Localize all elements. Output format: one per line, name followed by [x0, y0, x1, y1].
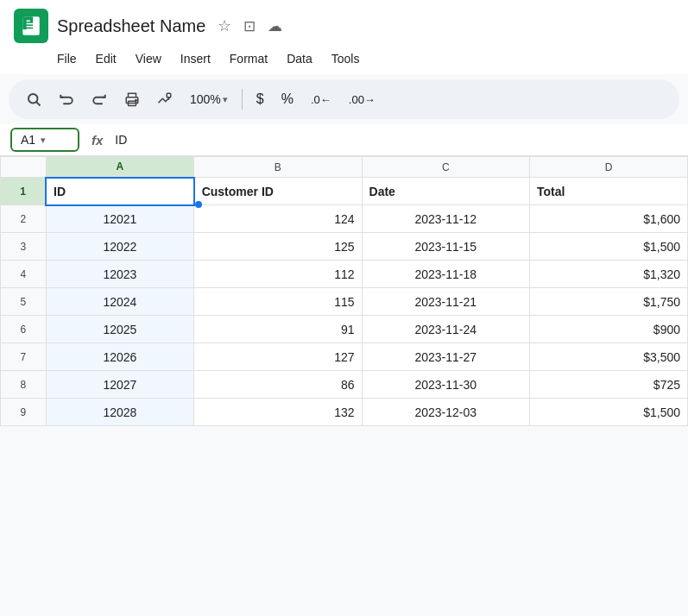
- cell-9-B[interactable]: 132: [194, 399, 362, 426]
- cell-8-A[interactable]: 12027: [46, 371, 194, 399]
- app-icon: [14, 9, 48, 43]
- formula-content: ID: [115, 133, 127, 147]
- cell-7-A[interactable]: 12026: [46, 343, 194, 371]
- cell-1-D[interactable]: Total: [529, 178, 687, 205]
- col-header-d[interactable]: D: [529, 157, 687, 178]
- col-header-c[interactable]: C: [362, 157, 529, 178]
- row-number[interactable]: 6: [1, 316, 47, 343]
- corner-cell: [1, 157, 47, 178]
- undo-button[interactable]: [52, 85, 81, 114]
- cell-9-C[interactable]: 2023-12-03: [362, 399, 529, 426]
- table-row: 612025912023-11-24$900: [1, 316, 688, 343]
- decimal-dec-button[interactable]: .0←: [304, 90, 338, 110]
- cell-8-C[interactable]: 2023-11-30: [362, 371, 529, 399]
- svg-rect-4: [27, 28, 34, 30]
- column-header-row: A B C D: [1, 157, 688, 178]
- menu-file[interactable]: File: [48, 48, 85, 69]
- menu-data[interactable]: Data: [278, 48, 321, 69]
- cell-3-C[interactable]: 2023-11-15: [362, 233, 529, 261]
- menu-tools[interactable]: Tools: [323, 48, 369, 69]
- cell-7-C[interactable]: 2023-11-27: [362, 343, 529, 371]
- cell-4-C[interactable]: 2023-11-18: [362, 261, 529, 288]
- cell-7-B[interactable]: 127: [194, 343, 362, 371]
- cell-1-A[interactable]: ID: [46, 178, 194, 205]
- cell-5-D[interactable]: $1,750: [529, 288, 687, 316]
- row-number[interactable]: 2: [1, 205, 47, 233]
- cell-9-A[interactable]: 12028: [46, 399, 194, 426]
- cell-6-D[interactable]: $900: [529, 316, 687, 343]
- cell-5-A[interactable]: 12024: [46, 288, 194, 316]
- svg-rect-2: [27, 23, 36, 25]
- table-row: 2120211242023-11-12$1,600: [1, 205, 688, 233]
- cell-5-C[interactable]: 2023-11-21: [362, 288, 529, 316]
- print-button[interactable]: [117, 85, 147, 114]
- table-row: 4120231122023-11-18$1,320: [1, 261, 688, 288]
- cloud-icon[interactable]: ☁: [268, 17, 282, 35]
- cell-ref-value: A1: [21, 133, 35, 147]
- table-row: 9120281322023-12-03$1,500: [1, 399, 688, 426]
- cell-6-C[interactable]: 2023-11-24: [362, 316, 529, 343]
- cell-3-D[interactable]: $1,500: [529, 233, 687, 261]
- cell-2-D[interactable]: $1,600: [529, 205, 687, 233]
- data-table: A B C D 1IDCustomer IDDateTotal212021124…: [0, 156, 688, 426]
- menu-view[interactable]: View: [127, 48, 170, 69]
- column-resize-handle[interactable]: [195, 201, 202, 208]
- format-paint-button[interactable]: [150, 85, 180, 114]
- redo-button[interactable]: [85, 85, 114, 114]
- toolbar-divider: [242, 89, 243, 110]
- cell-3-A[interactable]: 12022: [46, 233, 194, 261]
- svg-point-6: [28, 94, 38, 104]
- zoom-value: 100%: [190, 92, 221, 106]
- cell-4-D[interactable]: $1,320: [529, 261, 687, 288]
- row-number[interactable]: 5: [1, 288, 47, 316]
- cell-1-B[interactable]: Customer ID: [194, 178, 362, 205]
- svg-rect-11: [167, 93, 171, 97]
- cell-9-D[interactable]: $1,500: [529, 399, 687, 426]
- percent-button[interactable]: %: [275, 88, 300, 110]
- menu-bar: File Edit View Insert Format Data Tools: [0, 47, 688, 74]
- table-row: 5120241152023-11-21$1,750: [1, 288, 688, 316]
- cell-6-B[interactable]: 91: [194, 316, 362, 343]
- table-row: 1IDCustomer IDDateTotal: [1, 178, 688, 205]
- spreadsheet-title: Spreadsheet Name: [57, 16, 205, 36]
- zoom-arrow-icon: ▾: [223, 94, 228, 105]
- spreadsheet-grid: A B C D 1IDCustomer IDDateTotal212021124…: [0, 156, 688, 426]
- formula-fx-label: fx: [92, 133, 103, 148]
- cell-5-B[interactable]: 115: [194, 288, 362, 316]
- decimal-inc-button[interactable]: .00→: [342, 90, 382, 110]
- row-number[interactable]: 9: [1, 399, 47, 426]
- search-button[interactable]: [19, 85, 48, 114]
- row-number[interactable]: 7: [1, 343, 47, 371]
- menu-edit[interactable]: Edit: [87, 48, 125, 69]
- cell-reference[interactable]: A1 ▾: [10, 128, 79, 152]
- row-number[interactable]: 4: [1, 261, 47, 288]
- cell-3-B[interactable]: 125: [194, 233, 362, 261]
- svg-point-10: [136, 99, 137, 101]
- cell-4-B[interactable]: 112: [194, 261, 362, 288]
- row-number[interactable]: 1: [1, 178, 47, 205]
- folder-icon[interactable]: ⊡: [243, 17, 256, 35]
- table-row: 3120221252023-11-15$1,500: [1, 233, 688, 261]
- formula-bar: A1 ▾ fx ID: [0, 124, 688, 156]
- cell-8-B[interactable]: 86: [194, 371, 362, 399]
- cell-1-C[interactable]: Date: [362, 178, 529, 205]
- cell-2-B[interactable]: 124: [194, 205, 362, 233]
- col-header-a[interactable]: A: [46, 157, 194, 178]
- star-icon[interactable]: ☆: [218, 16, 231, 35]
- table-row: 7120261272023-11-27$3,500: [1, 343, 688, 371]
- cell-2-A[interactable]: 12021: [46, 205, 194, 233]
- cell-2-C[interactable]: 2023-11-12: [362, 205, 529, 233]
- row-number[interactable]: 3: [1, 233, 47, 261]
- dollar-button[interactable]: $: [249, 88, 271, 110]
- zoom-control[interactable]: 100% ▾: [183, 89, 235, 110]
- toolbar: 100% ▾ $ % .0← .00→: [9, 79, 679, 119]
- col-header-b[interactable]: B: [194, 157, 362, 178]
- menu-insert[interactable]: Insert: [172, 48, 219, 69]
- row-number[interactable]: 8: [1, 371, 47, 399]
- menu-format[interactable]: Format: [221, 48, 276, 69]
- cell-6-A[interactable]: 12025: [46, 316, 194, 343]
- cell-8-D[interactable]: $725: [529, 371, 687, 399]
- cell-7-D[interactable]: $3,500: [529, 343, 687, 371]
- title-icons: ☆ ⊡ ☁: [218, 16, 282, 35]
- cell-4-A[interactable]: 12023: [46, 261, 194, 288]
